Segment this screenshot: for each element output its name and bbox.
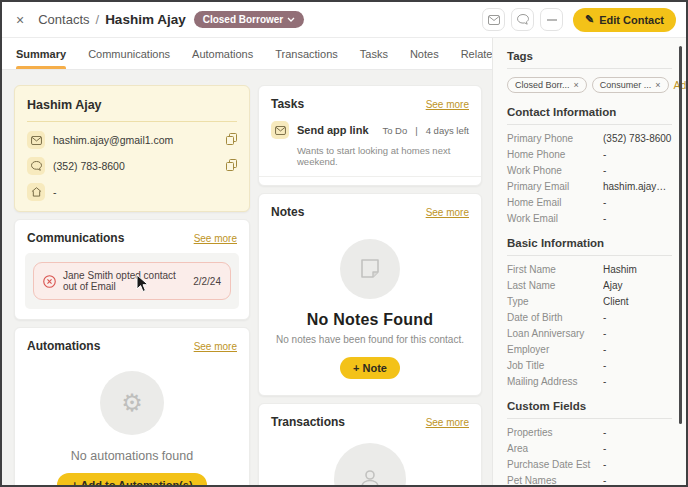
edit-contact-label: Edit Contact [599,14,664,26]
field-row: Purchase Date Est- [507,459,672,470]
contact-email-value[interactable]: hashim.ajay@gmail1.com [53,134,218,146]
top-bar-actions: ✎ Edit Contact [482,8,676,32]
field-value: - [603,376,672,387]
tag-consumer[interactable]: Consumer ... × [592,77,669,93]
field-value: hashim.ajay@gmail1.co... [603,181,672,192]
field-label: Type [507,296,603,307]
tab-notes[interactable]: Notes [410,38,439,69]
field-row: Primary Phone(352) 783-8600 [507,133,672,144]
automations-see-more-link[interactable]: See more [194,341,237,352]
contact-email-row: hashim.ajay@gmail1.com [27,131,237,149]
task-description: Wants to start looking at homes next wee… [259,139,481,177]
field-value: - [603,344,672,355]
email-action-button[interactable] [482,8,505,31]
opt-out-date: 2/2/24 [193,276,221,287]
tab-bar: Summary Communications Automations Trans… [2,38,492,70]
contact-detail-window: × Contacts / Hashim Ajay Closed Borrower… [0,0,688,487]
task-row[interactable]: Send app link To Do | 4 days left [259,117,481,139]
remove-tag-icon[interactable]: × [574,80,579,90]
field-value: Ajay [603,280,672,291]
communications-see-more-link[interactable]: See more [194,233,237,244]
field-label: Primary Phone [507,133,603,144]
breadcrumb-contacts[interactable]: Contacts [38,12,89,27]
tab-tasks[interactable]: Tasks [360,38,388,69]
automations-card: Automations See more ⚙ No automations fo… [14,327,250,487]
tab-automations[interactable]: Automations [192,38,253,69]
tab-summary[interactable]: Summary [16,38,66,69]
copy-email-icon[interactable] [226,131,237,149]
field-label: Last Name [507,280,603,291]
field-row: Employer- [507,344,672,355]
transactions-see-more-link[interactable]: See more [426,417,469,428]
opt-out-alert[interactable]: Jane Smith opted contact out of Email 2/… [33,262,231,300]
left-column: Hashim Ajay hashim.ajay@gmail1.com [14,85,250,487]
tag-label: Consumer ... [600,80,652,90]
tag-closed-borrower[interactable]: Closed Borr... × [507,77,587,93]
automations-empty-text: No automations found [71,449,193,463]
edit-pencil-icon: ✎ [585,13,594,26]
tasks-see-more-link[interactable]: See more [426,99,469,110]
edit-contact-button[interactable]: ✎ Edit Contact [573,8,676,32]
field-row: Loan Anniversary- [507,328,672,339]
tags-heading: Tags [507,50,672,69]
notes-card: Notes See more No Notes Found No notes h… [258,193,482,396]
tag-label: Closed Borr... [515,80,570,90]
tab-transactions[interactable]: Transactions [275,38,338,69]
message-action-button[interactable] [511,8,534,31]
tab-communications[interactable]: Communications [88,38,170,69]
sidebar-scrollbar[interactable] [679,46,682,424]
field-value: - [603,443,672,454]
field-row: Home Phone- [507,149,672,160]
note-icon [359,258,381,280]
custom-fields-heading: Custom Fields [507,400,672,419]
field-row: Work Phone- [507,165,672,176]
envelope-icon [488,15,500,25]
automations-title: Automations [27,339,100,353]
tasks-title: Tasks [271,97,304,111]
contact-card-name: Hashim Ajay [27,98,237,122]
automations-empty-circle: ⚙ [100,371,164,435]
field-label: Home Email [507,197,603,208]
stage-badge[interactable]: Closed Borrower [194,11,305,28]
field-value: - [603,312,672,323]
field-row: Area- [507,443,672,454]
contact-information-heading: Contact Information [507,106,672,125]
transactions-empty-circle [334,443,406,487]
field-row: TypeClient [507,296,672,307]
contact-address-value: - [53,186,237,198]
communications-card: Communications See more Jane Smith opted… [14,219,250,320]
remove-tag-icon[interactable]: × [655,80,660,90]
field-label: Work Email [507,213,603,224]
close-icon[interactable]: × [16,12,24,28]
field-label: First Name [507,264,603,275]
field-label: Job Title [507,360,603,371]
field-row: First NameHashim [507,264,672,275]
field-label: Mailing Address [507,376,603,387]
communications-header: Communications See more [15,220,249,251]
task-status: To Do [382,125,407,136]
task-envelope-icon [271,121,289,139]
chevron-down-icon [287,17,295,22]
field-value: - [603,475,672,486]
field-value: Hashim [603,264,672,275]
notes-see-more-link[interactable]: See more [426,207,469,218]
field-value: - [603,165,672,176]
field-value: (352) 783-8600 [603,133,672,144]
contact-information-section: Contact Information Primary Phone(352) 7… [507,106,672,224]
add-to-automation-button[interactable]: + Add to Automation(s) [57,473,206,487]
field-value: Client [603,296,672,307]
copy-phone-icon[interactable] [226,157,237,175]
field-value: - [603,427,672,438]
summary-content: Hashim Ajay hashim.ajay@gmail1.com [2,70,492,487]
gear-icon: ⚙ [121,389,143,417]
communications-list: Jane Smith opted contact out of Email 2/… [25,253,239,309]
notes-title: Notes [271,205,304,219]
contact-phone-row: (352) 783-8600 [27,157,237,175]
add-note-button[interactable]: + Note [340,357,400,379]
field-label: Primary Email [507,181,603,192]
contact-phone-value[interactable]: (352) 783-8600 [53,160,218,172]
more-actions-button[interactable] [540,8,563,31]
contact-address-row: - [27,183,237,201]
task-due: 4 days left [426,125,469,136]
field-label: Pet Names [507,475,603,486]
